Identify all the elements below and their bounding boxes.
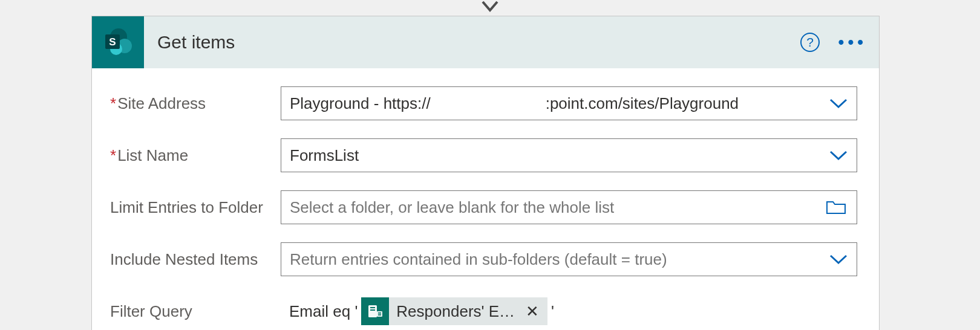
- svg-rect-9: [370, 309, 375, 311]
- filter-suffix-text: ': [551, 302, 554, 321]
- flow-arrow-icon: [481, 0, 499, 15]
- card-title: Get items: [157, 32, 235, 53]
- svg-rect-8: [370, 307, 375, 308]
- svg-text:S: S: [109, 36, 116, 48]
- folder-icon[interactable]: [824, 199, 848, 215]
- token-label: Responders' E…: [396, 302, 515, 321]
- chevron-down-icon[interactable]: [824, 150, 848, 161]
- list-name-label: *List Name: [110, 146, 281, 165]
- chevron-down-icon[interactable]: [824, 254, 848, 265]
- card-header[interactable]: S Get items ? •••: [92, 16, 879, 68]
- forms-icon: [361, 297, 389, 325]
- site-address-label: *Site Address: [110, 94, 281, 113]
- token-remove-icon[interactable]: ✕: [522, 302, 543, 321]
- more-menu-icon[interactable]: •••: [838, 33, 867, 52]
- help-icon[interactable]: ?: [800, 32, 820, 53]
- filter-prefix-text: Email eq ': [289, 302, 358, 321]
- site-address-input[interactable]: Playground - https://:point.com/sites/Pl…: [281, 86, 857, 120]
- svg-rect-12: [378, 314, 381, 315]
- include-nested-input[interactable]: Return entries contained in sub-folders …: [281, 242, 857, 276]
- filter-query-input[interactable]: Email eq ' Responde: [281, 294, 857, 328]
- chevron-down-icon[interactable]: [824, 98, 848, 109]
- svg-rect-11: [378, 312, 381, 314]
- limit-folder-input[interactable]: Select a folder, or leave blank for the …: [281, 190, 857, 224]
- card-body: *Site Address Playground - https://:poin…: [92, 68, 879, 330]
- sharepoint-icon: S: [92, 16, 144, 68]
- action-card: S Get items ? ••• *Site Address Playgrou…: [91, 16, 880, 330]
- svg-text:?: ?: [806, 35, 814, 49]
- filter-query-label: Filter Query: [110, 302, 281, 321]
- include-nested-label: Include Nested Items: [110, 250, 281, 269]
- limit-folder-label: Limit Entries to Folder: [110, 198, 281, 217]
- dynamic-content-token[interactable]: Responders' E… ✕: [361, 297, 547, 325]
- svg-rect-10: [377, 311, 382, 317]
- list-name-input[interactable]: FormsList: [281, 138, 857, 172]
